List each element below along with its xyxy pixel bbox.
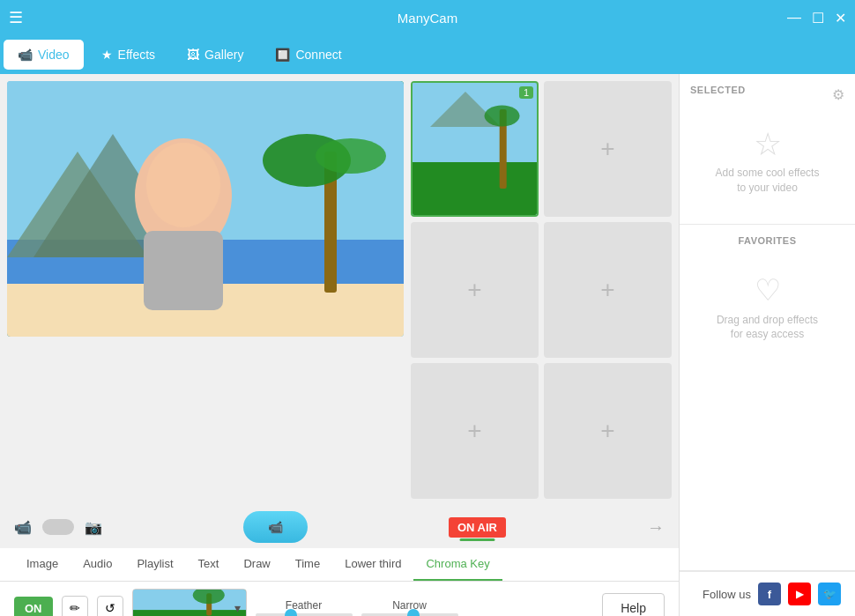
follow-section: Follow us f ▶ 🐦 xyxy=(680,571,855,616)
tab-image[interactable]: Image xyxy=(14,548,71,581)
grid-cell-3[interactable]: + xyxy=(411,222,539,358)
selected-empty-area: ☆ Add some cool effects to your video xyxy=(690,111,844,213)
effects-tab-icon: ★ xyxy=(101,48,113,62)
facebook-icon: f xyxy=(768,588,771,601)
help-button[interactable]: Help xyxy=(602,593,665,616)
grid-cell-2[interactable]: + xyxy=(544,81,672,217)
star-icon: ☆ xyxy=(754,129,782,160)
selected-section: SELECTED ⚙ ☆ Add some cool effects to yo… xyxy=(680,74,855,225)
main-video xyxy=(7,81,404,337)
tab-connect[interactable]: 🔲 Connect xyxy=(261,40,355,70)
tab-gallery[interactable]: 🖼 Gallery xyxy=(173,40,257,70)
screenshot-icon[interactable]: 📷 xyxy=(85,519,102,536)
video-placeholder xyxy=(7,81,404,337)
youtube-button[interactable]: ▶ xyxy=(788,583,811,605)
close-button[interactable]: ✕ xyxy=(835,10,846,26)
svg-rect-12 xyxy=(413,162,537,215)
add-source-icon-6: + xyxy=(600,417,614,445)
main-tabbar: 📹 Video ★ Effects 🖼 Gallery 🔲 Connect xyxy=(0,35,855,74)
video-grid: 1 + + + + + xyxy=(411,81,672,499)
selected-header: SELECTED ⚙ xyxy=(690,85,844,104)
grid-cell-4[interactable]: + xyxy=(544,222,672,358)
video-tab-icon: 📹 xyxy=(18,48,33,62)
facebook-button[interactable]: f xyxy=(758,583,781,605)
tab-effects[interactable]: ★ Effects xyxy=(87,40,170,70)
app-title: ManyCam xyxy=(398,11,457,26)
record-button[interactable]: 📹 xyxy=(243,511,308,543)
filter-icon[interactable]: ⚙ xyxy=(832,86,844,103)
grid-cell-number-1: 1 xyxy=(519,86,533,99)
source-toggle[interactable] xyxy=(42,519,74,535)
grid-cell-5[interactable]: + xyxy=(411,363,539,499)
background-preview[interactable]: ▾ xyxy=(132,589,247,616)
svg-rect-17 xyxy=(133,610,246,616)
minimize-button[interactable]: — xyxy=(787,10,801,26)
titlebar: ☰ ManyCam — ☐ ✕ xyxy=(0,0,855,35)
right-panel: SELECTED ⚙ ☆ Add some cool effects to yo… xyxy=(679,74,855,616)
twitter-button[interactable]: 🐦 xyxy=(818,583,841,605)
tab-text[interactable]: Text xyxy=(186,548,232,581)
preview-dropdown-icon: ▾ xyxy=(234,601,241,615)
tab-time[interactable]: Time xyxy=(283,548,332,581)
reset-icon: ↺ xyxy=(105,601,115,615)
svg-point-7 xyxy=(316,138,386,174)
gallery-tab-label: Gallery xyxy=(204,48,243,62)
grid-thumb-1 xyxy=(413,83,537,215)
chroma-on-button[interactable]: ON xyxy=(14,597,53,617)
maximize-button[interactable]: ☐ xyxy=(812,10,824,26)
effects-tabbar: Image Audio Playlist Text Draw Time Lowe… xyxy=(0,548,679,582)
tab-audio[interactable]: Audio xyxy=(71,548,124,581)
svg-point-10 xyxy=(146,143,220,227)
menu-icon[interactable]: ☰ xyxy=(9,8,23,27)
add-source-icon-4: + xyxy=(600,276,614,304)
favorites-empty-area: ♡ Drag and drop effects for easy access xyxy=(690,255,844,360)
tab-draw[interactable]: Draw xyxy=(231,548,282,581)
tab-lower-third[interactable]: Lower third xyxy=(332,548,413,581)
favorites-section: FAVORITES ♡ Drag and drop effects for ea… xyxy=(680,225,855,571)
tab-video[interactable]: 📹 Video xyxy=(4,40,84,70)
tab-chroma-key[interactable]: Chroma Key xyxy=(413,548,502,581)
youtube-icon: ▶ xyxy=(796,588,804,600)
favorites-title: FAVORITES xyxy=(690,235,844,246)
connect-tab-icon: 🔲 xyxy=(275,48,290,62)
next-arrow-button[interactable]: → xyxy=(647,517,665,538)
twitter-icon: 🐦 xyxy=(823,588,836,600)
heart-icon: ♡ xyxy=(755,272,781,308)
grid-cell-1[interactable]: 1 xyxy=(411,81,539,217)
selected-title: SELECTED xyxy=(690,85,746,95)
chroma-key-controls: ON ✏ ↺ ▾ Feather Narrow xyxy=(0,582,679,616)
video-tab-label: Video xyxy=(38,48,70,62)
tab-playlist[interactable]: Playlist xyxy=(124,548,185,581)
feather-slider-group: Feather xyxy=(256,599,353,616)
add-source-icon-5: + xyxy=(467,417,481,445)
webcam-icon: 📹 xyxy=(14,519,32,536)
svg-rect-9 xyxy=(144,231,223,310)
grid-cell-6[interactable]: + xyxy=(544,363,672,499)
svg-point-15 xyxy=(485,106,520,127)
effects-tab-label: Effects xyxy=(118,48,156,62)
gallery-tab-icon: 🖼 xyxy=(187,48,199,62)
connect-tab-label: Connect xyxy=(295,48,341,62)
selected-desc: Add some cool effects to your video xyxy=(716,166,820,196)
add-source-icon-3: + xyxy=(467,276,481,304)
main-content: 1 + + + + + xyxy=(0,74,855,616)
record-icon: 📹 xyxy=(268,520,283,534)
eyedropper-button[interactable]: ✏ xyxy=(62,596,88,616)
reset-button[interactable]: ↺ xyxy=(97,596,123,616)
window-controls: — ☐ ✕ xyxy=(787,10,846,26)
video-area: 1 + + + + + xyxy=(0,74,679,506)
controls-bar: 📹 📷 📹 ON AIR → xyxy=(0,506,679,548)
eyedropper-icon: ✏ xyxy=(70,601,80,615)
left-panel: 1 + + + + + xyxy=(0,74,679,616)
narrow-slider-group: Narrow xyxy=(361,599,458,616)
favorites-desc: Drag and drop effects for easy access xyxy=(717,313,818,343)
on-air-badge: ON AIR xyxy=(449,517,506,538)
follow-label: Follow us xyxy=(703,588,751,601)
add-source-icon-2: + xyxy=(600,135,614,163)
